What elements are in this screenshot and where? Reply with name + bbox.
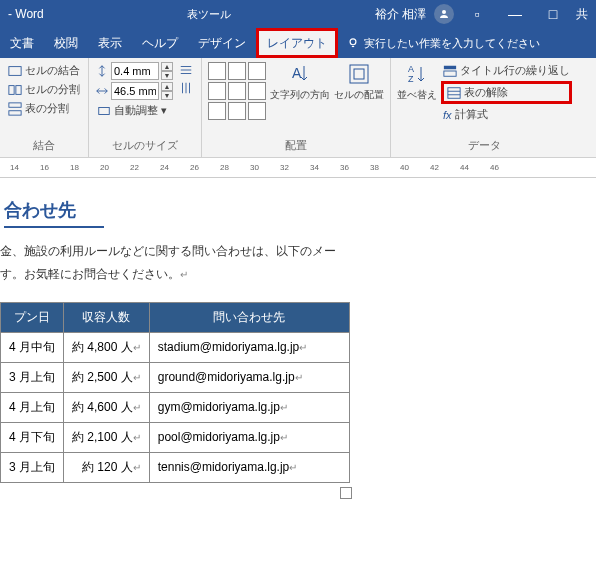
- group-data: AZ 並べ替え タイトル行の繰り返し 表の解除 fx 計算式 データ: [391, 58, 578, 157]
- group-data-label: データ: [397, 136, 572, 153]
- merge-cells-button[interactable]: セルの結合: [6, 62, 82, 79]
- table-row[interactable]: 3 月上旬 約 2,500 人↵ ground@midoriyama.lg.jp…: [1, 362, 350, 392]
- align-bc[interactable]: [228, 102, 246, 120]
- autofit-button[interactable]: 自動調整 ▾: [95, 102, 173, 119]
- text-direction-icon: A: [288, 62, 312, 86]
- user-name: 裕介 相澤: [375, 6, 426, 23]
- row-height-field[interactable]: ▲▼: [95, 62, 173, 80]
- formula-button[interactable]: fx 計算式: [441, 106, 572, 123]
- table-row[interactable]: 4 月下旬 約 2,100 人↵ pool@midoriyama.lg.jp↵: [1, 422, 350, 452]
- height-up[interactable]: ▲: [161, 62, 173, 71]
- align-br[interactable]: [248, 102, 266, 120]
- svg-rect-3: [9, 85, 14, 94]
- svg-rect-6: [9, 110, 21, 114]
- svg-text:A: A: [292, 65, 302, 81]
- align-mr[interactable]: [248, 82, 266, 100]
- person-icon: [438, 8, 450, 20]
- table-row[interactable]: 4 月中旬 約 4,800 人↵ stadium@midoriyama.lg.j…: [1, 332, 350, 362]
- svg-rect-10: [354, 69, 364, 79]
- col-width-field[interactable]: ▲▼: [95, 82, 173, 100]
- width-up[interactable]: ▲: [161, 82, 173, 91]
- tell-me-search[interactable]: 実行したい作業を入力してください: [338, 36, 540, 51]
- sort-button[interactable]: AZ 並べ替え: [397, 62, 437, 136]
- lightbulb-icon: [346, 36, 360, 50]
- tab-design[interactable]: デザイン: [188, 28, 256, 58]
- align-ml[interactable]: [208, 82, 226, 100]
- align-tc[interactable]: [228, 62, 246, 80]
- height-down[interactable]: ▼: [161, 71, 173, 80]
- share-button[interactable]: 共: [576, 6, 588, 23]
- group-align-label: 配置: [208, 136, 384, 153]
- table-row[interactable]: 4 月上旬 約 4,600 人↵ gym@midoriyama.lg.jp↵: [1, 392, 350, 422]
- maximize-button[interactable]: □: [538, 6, 568, 22]
- svg-rect-13: [444, 65, 456, 69]
- group-alignment: A 文字列の方向 セルの配置 配置: [202, 58, 391, 157]
- distribute-rows-icon: [179, 63, 193, 77]
- table-row[interactable]: 3 月上旬 約 120 人↵ tennis@midoriyama.lg.jp↵: [1, 452, 350, 482]
- align-bl[interactable]: [208, 102, 226, 120]
- fx-icon: fx: [443, 109, 452, 121]
- paragraph[interactable]: 金、施設の利用ルールなどに関する問い合わせは、以下のメー す。お気軽にお問合せく…: [0, 240, 596, 286]
- context-tab-label: 表ツール: [44, 7, 375, 22]
- split-table-button[interactable]: 表の分割: [6, 100, 82, 117]
- cell-margins-button[interactable]: セルの配置: [334, 62, 384, 136]
- ribbon-tabs: 文書 校閲 表示 ヘルプ デザイン レイアウト 実行したい作業を入力してください: [0, 28, 596, 58]
- tab-review[interactable]: 校閲: [44, 28, 88, 58]
- tab-layout[interactable]: レイアウト: [256, 28, 338, 58]
- app-name: - Word: [0, 7, 44, 21]
- svg-point-0: [442, 10, 446, 14]
- col-contact[interactable]: 問い合わせ先: [149, 302, 349, 332]
- width-down[interactable]: ▼: [161, 91, 173, 100]
- align-tl[interactable]: [208, 62, 226, 80]
- autofit-icon: [97, 104, 111, 118]
- svg-rect-5: [9, 102, 21, 106]
- svg-rect-7: [99, 107, 110, 114]
- svg-rect-9: [350, 65, 368, 83]
- width-icon: [95, 84, 109, 98]
- height-icon: [95, 64, 109, 78]
- merge-cells-icon: [8, 64, 22, 78]
- tab-view[interactable]: 表示: [88, 28, 132, 58]
- split-cells-button[interactable]: セルの分割: [6, 81, 82, 98]
- distribute-cols-button[interactable]: [177, 80, 195, 96]
- distribute-cols-icon: [179, 81, 193, 95]
- align-tr[interactable]: [248, 62, 266, 80]
- svg-rect-15: [448, 87, 460, 98]
- tab-help[interactable]: ヘルプ: [132, 28, 188, 58]
- group-merge: セルの結合 セルの分割 表の分割 結合: [0, 58, 89, 157]
- ribbon: セルの結合 セルの分割 表の分割 結合 ▲▼: [0, 58, 596, 158]
- group-merge-label: 結合: [6, 136, 82, 153]
- titlebar: - Word 表ツール 裕介 相澤 ▫ — □ 共: [0, 0, 596, 28]
- minimize-button[interactable]: —: [500, 6, 530, 22]
- text-direction-button[interactable]: A 文字列の方向: [270, 62, 330, 136]
- svg-text:Z: Z: [408, 74, 414, 84]
- svg-rect-4: [16, 85, 21, 94]
- svg-rect-14: [444, 71, 456, 76]
- convert-to-text-button[interactable]: 表の解除: [441, 81, 572, 104]
- sort-icon: AZ: [405, 62, 429, 86]
- convert-table-icon: [447, 86, 461, 100]
- user-avatar[interactable]: [434, 4, 454, 24]
- table-header-row: プン日 収容人数 問い合わせ先: [1, 302, 350, 332]
- ruler[interactable]: 14 16 18 20 22 24 26 28 30 32 34 36 38 4…: [0, 158, 596, 178]
- table-end-marker: [340, 487, 352, 499]
- ribbon-options-button[interactable]: ▫: [462, 6, 492, 22]
- svg-rect-2: [9, 66, 21, 75]
- table-container: プン日 収容人数 問い合わせ先 4 月中旬 約 4,800 人↵ stadium…: [0, 302, 596, 503]
- document-area[interactable]: 合わせ先 金、施設の利用ルールなどに関する問い合わせは、以下のメー す。お気軽に…: [0, 178, 596, 503]
- svg-point-1: [350, 39, 356, 45]
- group-cell-size: ▲▼ ▲▼ 自動調整 ▾ セ: [89, 58, 202, 157]
- tab-doc[interactable]: 文書: [0, 28, 44, 58]
- split-cells-icon: [8, 83, 22, 97]
- col-capacity[interactable]: 収容人数: [64, 302, 150, 332]
- align-mc[interactable]: [228, 82, 246, 100]
- col-open[interactable]: プン日: [1, 302, 64, 332]
- group-size-label: セルのサイズ: [95, 136, 195, 153]
- paragraph-mark: ↵: [180, 269, 188, 280]
- repeat-header-button[interactable]: タイトル行の繰り返し: [441, 62, 572, 79]
- data-table[interactable]: プン日 収容人数 問い合わせ先 4 月中旬 約 4,800 人↵ stadium…: [0, 302, 350, 483]
- alignment-grid: [208, 62, 266, 136]
- distribute-rows-button[interactable]: [177, 62, 195, 78]
- heading[interactable]: 合わせ先: [4, 198, 104, 228]
- split-table-icon: [8, 102, 22, 116]
